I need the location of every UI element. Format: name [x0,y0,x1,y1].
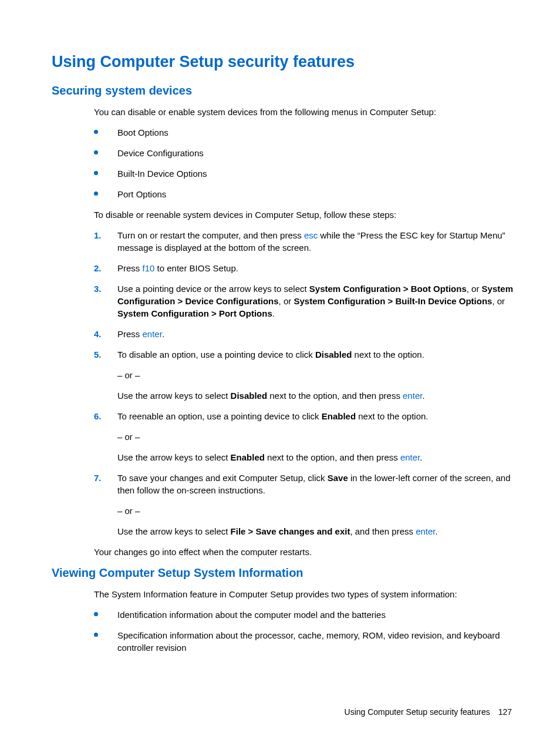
key-label: enter [143,329,162,339]
step-text: To disable an option, use a pointing dev… [117,350,315,359]
or-text: – or – [117,431,519,443]
list-item: Device Configurations [94,147,519,159]
bold-text: Enabled [322,411,356,421]
steps-list: 1. Turn on or restart the computer, and … [94,229,519,537]
step-item: 5. To disable an option, use a pointing … [94,348,519,402]
outro-paragraph: Your changes go into effect when the com… [94,546,519,558]
list-item: Identification information about the com… [94,609,519,621]
page-title: Using Computer Setup security features [52,53,519,71]
step-number: 4. [94,328,102,340]
step-number: 2. [94,262,102,274]
bold-text: Enabled [231,452,265,462]
intro-paragraph: You can disable or enable system devices… [94,106,519,118]
step-item: 6. To reenable an option, use a pointing… [94,410,519,463]
step-text: , or [279,296,294,306]
bullet-list: Identification information about the com… [94,609,519,654]
step-text: . [420,452,422,462]
bullet-list: Boot Options Device Configurations Built… [94,126,519,200]
step-text: . [422,391,424,401]
step-text: Use a pointing device or the arrow keys … [117,284,309,294]
bold-text: Disabled [315,350,352,359]
section-heading-securing: Securing system devices [52,84,519,98]
or-text: – or – [117,505,519,517]
step-text: to enter BIOS Setup. [154,263,238,273]
step-text: , or [467,284,482,294]
step-text: . [162,329,164,339]
bold-text: Save [328,473,348,483]
step-item: 4. Press enter. [94,328,519,340]
footer-text: Using Computer Setup security features [345,707,490,717]
step-text: To save your changes and exit Computer S… [117,473,328,483]
step-text: . [272,308,275,318]
key-label: enter [416,526,435,536]
step-text: next to the option. [356,411,428,421]
step-item: 2. Press f10 to enter BIOS Setup. [94,262,519,274]
step-number: 5. [94,348,102,361]
step-number: 6. [94,410,102,422]
step-text: , or [492,296,505,306]
step-number: 3. [94,283,102,295]
step-text: Press [117,329,143,339]
page-number: 127 [498,707,512,717]
step-text: next to the option. [352,350,424,359]
key-label: esc [304,230,318,240]
step-text: Press [117,263,143,273]
list-item: Specification information about the proc… [94,629,519,654]
sub-paragraph: Use the arrow keys to select File > Save… [117,525,519,537]
step-text: Use the arrow keys to select [117,391,231,401]
bold-text: File > Save changes and exit [231,526,350,536]
step-text: To reenable an option, use a pointing de… [117,411,322,421]
step-text: Turn on or restart the computer, and the… [117,230,304,240]
key-label: enter [403,391,422,401]
bold-text: Disabled [231,391,268,401]
bold-text: System Configuration > Port Options [117,308,272,318]
step-text: , and then press [350,526,416,536]
list-item: Built-In Device Options [94,167,519,180]
step-text: next to the option, and then press [267,391,403,401]
sub-paragraph: Use the arrow keys to select Disabled ne… [117,389,519,402]
or-text: – or – [117,369,519,381]
intro-paragraph: The System Information feature in Comput… [94,588,519,600]
key-label: enter [400,452,420,462]
list-item: Boot Options [94,126,519,139]
bold-text: System Configuration > Built-In Device O… [294,296,492,306]
key-label: f10 [143,263,155,273]
bold-text: System Configuration > Boot Options [309,284,467,294]
section-heading-viewing: Viewing Computer Setup System Informatio… [52,566,519,580]
step-number: 1. [94,229,102,241]
list-item: Port Options [94,188,519,200]
page-footer: Using Computer Setup security features 1… [345,707,512,717]
step-text: Use the arrow keys to select [117,526,231,536]
step-text: . [436,526,438,536]
step-text: Use the arrow keys to select [117,452,231,462]
intro-paragraph: To disable or reenable system devices in… [94,209,519,221]
step-item: 1. Turn on or restart the computer, and … [94,229,519,254]
step-item: 7. To save your changes and exit Compute… [94,472,519,537]
step-item: 3. Use a pointing device or the arrow ke… [94,283,519,320]
document-page: Using Computer Setup security features S… [0,0,560,691]
step-number: 7. [94,472,102,484]
step-text: next to the option, and then press [265,452,400,462]
sub-paragraph: Use the arrow keys to select Enabled nex… [117,451,519,463]
